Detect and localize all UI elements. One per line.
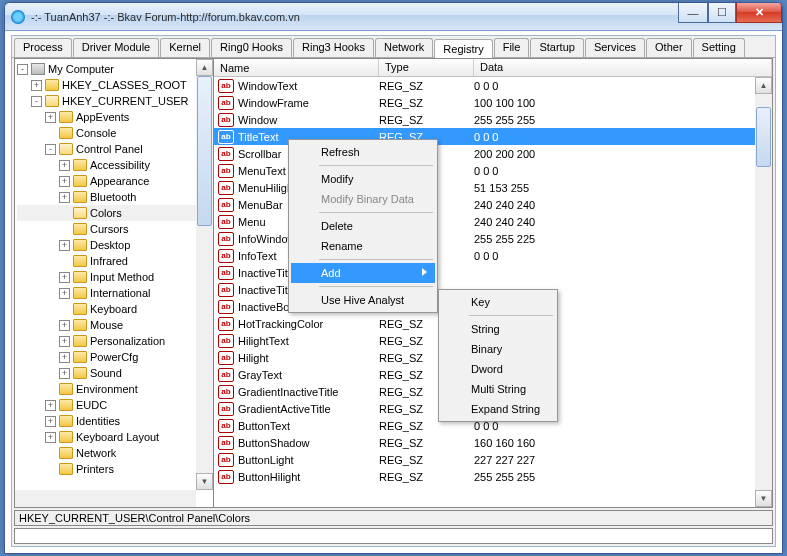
tab-ring3-hooks[interactable]: Ring3 Hooks (293, 38, 374, 57)
expander-icon[interactable]: + (59, 192, 70, 203)
menu-add-key[interactable]: Key (441, 292, 555, 312)
tree-node[interactable]: +Appearance (17, 173, 211, 189)
expander-icon[interactable]: + (45, 416, 56, 427)
value-data: 160 160 160 (474, 437, 772, 449)
list-vscroll[interactable]: ▲ ▼ (755, 77, 772, 507)
tree-node[interactable]: +International (17, 285, 211, 301)
tab-services[interactable]: Services (585, 38, 645, 57)
tree-node[interactable]: +HKEY_CLASSES_ROOT (17, 77, 211, 93)
menu-add-expandstring[interactable]: Expand String (441, 399, 555, 419)
col-data[interactable]: Data (474, 59, 772, 76)
tree-node[interactable]: Console (17, 125, 211, 141)
menu-rename[interactable]: Rename (291, 236, 435, 256)
expander-icon[interactable]: + (59, 272, 70, 283)
expander-icon[interactable]: + (45, 400, 56, 411)
folder-icon (59, 383, 73, 395)
list-row[interactable]: abButtonShadowREG_SZ160 160 160 (214, 434, 772, 451)
expander-icon[interactable]: + (45, 432, 56, 443)
tree-hscroll[interactable] (15, 490, 196, 507)
scroll-thumb[interactable] (197, 76, 212, 226)
tree-node[interactable]: +AppEvents (17, 109, 211, 125)
tab-driver-module[interactable]: Driver Module (73, 38, 159, 57)
tree-pane[interactable]: -My Computer+HKEY_CLASSES_ROOT-HKEY_CURR… (14, 58, 214, 508)
tree-node[interactable]: -HKEY_CURRENT_USER (17, 93, 211, 109)
tree-node[interactable]: Keyboard (17, 301, 211, 317)
list-row[interactable]: abButtonHilightREG_SZ255 255 255 (214, 468, 772, 485)
list-header[interactable]: Name Type Data (214, 59, 772, 77)
tree-node[interactable]: +Input Method (17, 269, 211, 285)
expander-icon[interactable]: - (17, 64, 28, 75)
tree-node[interactable]: +Desktop (17, 237, 211, 253)
tab-setting[interactable]: Setting (693, 38, 745, 57)
command-input[interactable] (14, 528, 773, 544)
expander-icon[interactable]: + (59, 336, 70, 347)
string-value-icon: ab (218, 215, 234, 229)
menu-add[interactable]: Add (291, 263, 435, 283)
col-type[interactable]: Type (379, 59, 474, 76)
list-row[interactable]: abWindowTextREG_SZ0 0 0 (214, 77, 772, 94)
menu-delete[interactable]: Delete (291, 216, 435, 236)
close-button[interactable]: ✕ (736, 3, 782, 23)
expander-icon[interactable]: + (59, 160, 70, 171)
expander-icon[interactable]: - (45, 144, 56, 155)
tree-node[interactable]: +Identities (17, 413, 211, 429)
expander-icon[interactable]: + (59, 176, 70, 187)
tree-vscroll[interactable]: ▲ ▼ (196, 59, 213, 490)
menu-add-binary[interactable]: Binary (441, 339, 555, 359)
expander-icon[interactable]: + (59, 240, 70, 251)
scroll-down-icon[interactable]: ▼ (196, 473, 213, 490)
list-row[interactable]: abWindowREG_SZ255 255 255 (214, 111, 772, 128)
titlebar[interactable]: -:- TuanAnh37 -:- Bkav Forum-http://foru… (5, 3, 782, 31)
scroll-up-icon[interactable]: ▲ (755, 77, 772, 94)
value-data: 0 0 0 (474, 131, 772, 143)
expander-icon[interactable]: + (59, 352, 70, 363)
tree-node[interactable]: +Personalization (17, 333, 211, 349)
tree-node[interactable]: +Mouse (17, 317, 211, 333)
menu-hive-analyst[interactable]: Use Hive Analyst (291, 290, 435, 310)
tree-node[interactable]: Colors (17, 205, 211, 221)
expander-icon[interactable]: + (59, 320, 70, 331)
menu-add-dword[interactable]: Dword (441, 359, 555, 379)
expander-icon[interactable]: - (31, 96, 42, 107)
tree-node[interactable]: Cursors (17, 221, 211, 237)
tree-node[interactable]: -Control Panel (17, 141, 211, 157)
scroll-down-icon[interactable]: ▼ (755, 490, 772, 507)
menu-modify-binary[interactable]: Modify Binary Data (291, 189, 435, 209)
menu-refresh[interactable]: Refresh (291, 142, 435, 162)
tree-node[interactable]: +Accessibility (17, 157, 211, 173)
menu-modify[interactable]: Modify (291, 169, 435, 189)
tree-node[interactable]: +Sound (17, 365, 211, 381)
expander-icon[interactable]: + (31, 80, 42, 91)
maximize-button[interactable]: ☐ (708, 3, 736, 23)
tree-label: International (90, 287, 151, 299)
tab-ring0-hooks[interactable]: Ring0 Hooks (211, 38, 292, 57)
tab-other[interactable]: Other (646, 38, 692, 57)
tab-startup[interactable]: Startup (530, 38, 583, 57)
list-row[interactable]: abButtonLightREG_SZ227 227 227 (214, 451, 772, 468)
tree-node[interactable]: +Keyboard Layout (17, 429, 211, 445)
tab-registry[interactable]: Registry (434, 39, 492, 58)
minimize-button[interactable]: — (678, 3, 708, 23)
tree-node[interactable]: -My Computer (17, 61, 211, 77)
tree-node[interactable]: Infrared (17, 253, 211, 269)
scroll-thumb[interactable] (756, 107, 771, 167)
menu-add-string[interactable]: String (441, 319, 555, 339)
tree-node[interactable]: +Bluetooth (17, 189, 211, 205)
tab-network[interactable]: Network (375, 38, 433, 57)
expander-icon[interactable]: + (45, 112, 56, 123)
tree-node[interactable]: +PowerCfg (17, 349, 211, 365)
tree-node[interactable]: Printers (17, 461, 211, 477)
string-value-icon: ab (218, 402, 234, 416)
tree-node[interactable]: Environment (17, 381, 211, 397)
expander-icon[interactable]: + (59, 288, 70, 299)
scroll-up-icon[interactable]: ▲ (196, 59, 213, 76)
list-row[interactable]: abWindowFrameREG_SZ100 100 100 (214, 94, 772, 111)
menu-add-multistring[interactable]: Multi String (441, 379, 555, 399)
tree-node[interactable]: Network (17, 445, 211, 461)
expander-icon[interactable]: + (59, 368, 70, 379)
col-name[interactable]: Name (214, 59, 379, 76)
tab-file[interactable]: File (494, 38, 530, 57)
tab-kernel[interactable]: Kernel (160, 38, 210, 57)
tab-process[interactable]: Process (14, 38, 72, 57)
tree-node[interactable]: +EUDC (17, 397, 211, 413)
